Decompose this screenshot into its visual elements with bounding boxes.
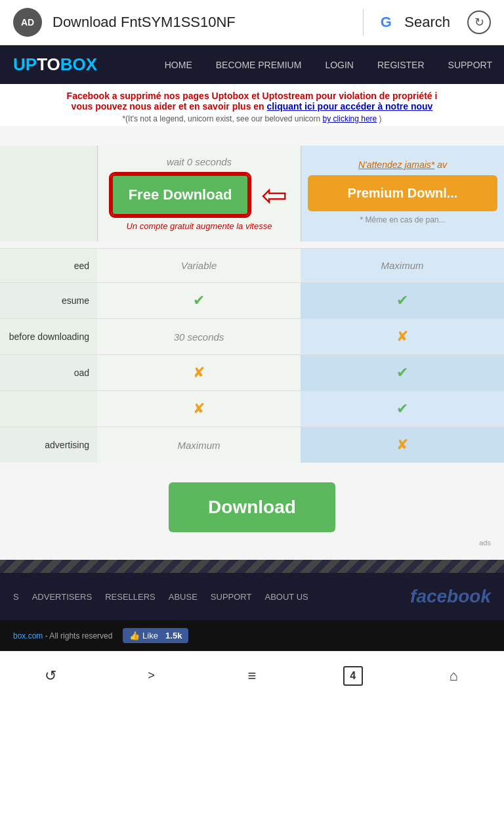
free-account-note: Un compte gratuit augmente la vitesse	[127, 221, 272, 231]
ad-icon: AD	[13, 8, 42, 37]
table-rows: eedVariableMaximumesume✔✔before download…	[0, 248, 504, 463]
free-download-button[interactable]: Free Download	[111, 174, 250, 216]
ad-divider	[363, 9, 364, 35]
footer-link-advertisers[interactable]: ADVERTISERS	[32, 592, 93, 602]
premium-download-button[interactable]: Premium Downl...	[308, 175, 497, 211]
footer-link-resellers[interactable]: RESELLERS	[105, 592, 156, 602]
premium-never-text: N'attendez jamais* av	[358, 159, 447, 170]
main-nav: UPTOBOX HOME BECOME PREMIUM LOGIN REGIST…	[0, 45, 504, 84]
row-label: advertising	[0, 427, 97, 463]
nav-links: HOME BECOME PREMIUM LOGIN REGISTER SUPPO…	[153, 48, 504, 82]
table-row: oad✘✔	[0, 354, 504, 390]
footer-links: S ADVERTISERS RESELLERS ABUSE SUPPORT AB…	[13, 592, 308, 602]
premium-note: * Même en cas de pan...	[360, 215, 445, 224]
labels-column	[0, 146, 97, 242]
tabs-button[interactable]: 4	[337, 663, 369, 689]
alert-text: Facebook a supprimé nos pages Uptobox et…	[13, 91, 491, 112]
row-premium-value: ✔	[301, 354, 504, 390]
row-premium-value: ✔	[301, 282, 504, 318]
menu-button[interactable]: ≡	[236, 663, 268, 689]
download-button[interactable]: Download	[169, 482, 335, 532]
nav-home[interactable]: HOME	[153, 48, 204, 82]
row-free-value: Maximum	[97, 427, 301, 463]
row-premium-value: ✘	[301, 427, 504, 463]
ad-download-text: Download FntSYM1SS10NF	[52, 14, 352, 31]
table-row: ✘✔	[0, 390, 504, 427]
table-row: esume✔✔	[0, 282, 504, 318]
row-premium-value: ✔	[301, 390, 504, 427]
footer-link-about[interactable]: ABOUT US	[264, 592, 308, 602]
ads-label: ads	[0, 539, 504, 547]
footer-link-s[interactable]: S	[13, 592, 19, 602]
footer-link-support[interactable]: SUPPORT	[211, 592, 252, 602]
tabs-count: 4	[343, 666, 363, 686]
pricing-table: wait 0 seconds Free Download ⇦ Un compte…	[0, 146, 504, 242]
site-logo[interactable]: UPTOBOX	[0, 45, 110, 84]
row-premium-value: Maximum	[301, 248, 504, 282]
footer-link-abuse[interactable]: ABUSE	[169, 592, 198, 602]
logo-to: TO	[37, 54, 60, 74]
row-free-value: ✔	[97, 282, 301, 318]
footer-site-link[interactable]: box.com	[13, 631, 43, 640]
alert-link[interactable]: cliquant ici pour accéder à notre nouv	[267, 101, 433, 112]
row-label: eed	[0, 248, 97, 282]
table-row: advertisingMaximum✘	[0, 427, 504, 463]
table-row: before downloading30 seconds✘	[0, 318, 504, 354]
footer-wave	[0, 560, 504, 573]
row-free-value: ✘	[97, 390, 301, 427]
row-premium-value: ✘	[301, 318, 504, 354]
unicorn-link[interactable]: by clicking here	[323, 114, 377, 123]
home-button[interactable]: ⌂	[437, 663, 470, 689]
unicorn-text: *(It's not a legend, unicorn exist, see …	[13, 114, 491, 123]
nav-become-premium[interactable]: BECOME PREMIUM	[204, 48, 314, 82]
logo-up: UP	[13, 54, 37, 74]
alert-bar: Facebook a supprimé nos pages Uptobox et…	[0, 84, 504, 126]
row-label: before downloading	[0, 318, 97, 354]
row-free-value: 30 seconds	[97, 318, 301, 354]
premium-header: N'attendez jamais* av Premium Downl... *…	[301, 146, 504, 238]
footer-facebook: facebook	[410, 586, 491, 607]
arrow-icon: ⇦	[261, 177, 287, 213]
ad-bar: AD Download FntSYM1SS10NF G Search ↻	[0, 0, 504, 45]
google-logo: G	[374, 10, 398, 34]
nav-support[interactable]: SUPPORT	[436, 48, 504, 82]
back-button[interactable]: ↺	[34, 663, 67, 689]
row-label	[0, 390, 97, 427]
facebook-like-button[interactable]: 👍 Like 1.5k	[123, 628, 188, 643]
row-free-value: ✘	[97, 354, 301, 390]
free-header: wait 0 seconds Free Download ⇦ Un compte…	[98, 146, 301, 242]
free-column: wait 0 seconds Free Download ⇦ Un compte…	[97, 146, 301, 242]
main-content: wait 0 seconds Free Download ⇦ Un compte…	[0, 126, 504, 560]
premium-column: N'attendez jamais* av Premium Downl... *…	[301, 146, 504, 242]
android-nav-bar: ↺ > ≡ 4 ⌂	[0, 651, 504, 697]
forward-button[interactable]: >	[135, 663, 167, 689]
logo-box: BOX	[60, 54, 97, 74]
nav-register[interactable]: REGISTER	[366, 48, 436, 82]
footer: S ADVERTISERS RESELLERS ABUSE SUPPORT AB…	[0, 573, 504, 620]
row-label: esume	[0, 282, 97, 318]
row-label: oad	[0, 354, 97, 390]
google-search[interactable]: G Search	[374, 10, 450, 34]
labels-header	[0, 146, 97, 238]
footer-copyright: box.com - All rights reserved	[13, 631, 112, 640]
footer-bottom: box.com - All rights reserved 👍 Like 1.5…	[0, 620, 504, 651]
wait-text: wait 0 seconds	[167, 156, 232, 167]
search-refresh-icon[interactable]: ↻	[467, 10, 491, 34]
table-row: eedVariableMaximum	[0, 248, 504, 282]
nav-login[interactable]: LOGIN	[313, 48, 366, 82]
search-label: Search	[404, 14, 450, 31]
row-free-value: Variable	[97, 248, 301, 282]
